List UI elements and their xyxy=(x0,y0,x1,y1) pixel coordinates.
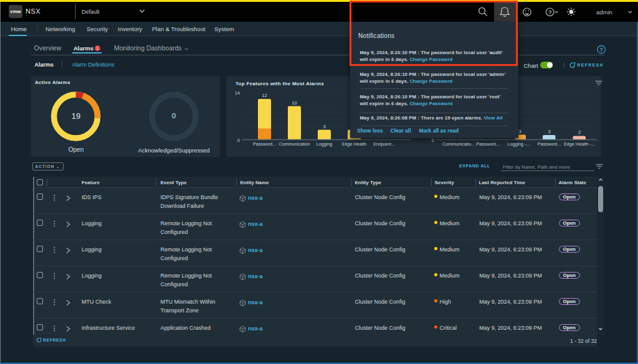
svg-text:?: ? xyxy=(600,47,603,53)
